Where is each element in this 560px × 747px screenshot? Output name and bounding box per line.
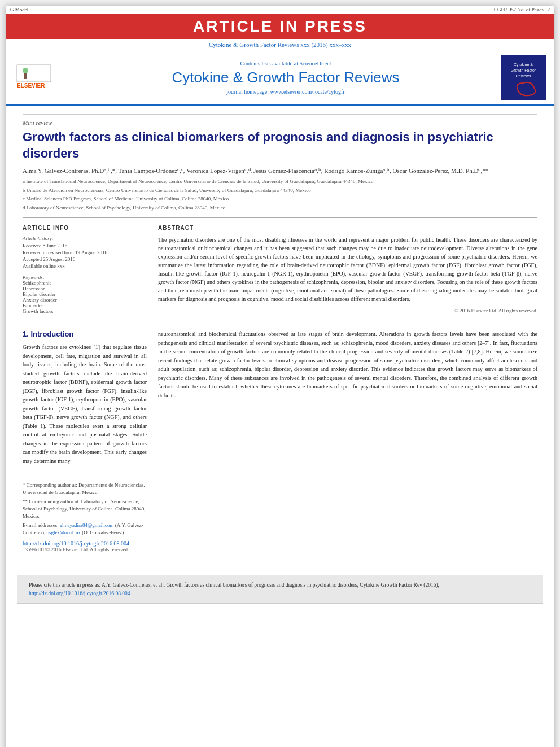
article-in-press-banner: ARTICLE IN PRESS [6, 14, 554, 39]
abstract-column: ABSTRACT The psychiatric disorders are o… [158, 225, 537, 314]
intro-left-column: 1. Introduction Growth factors are cytok… [23, 330, 147, 552]
footnotes-section: * Corresponding author at: Departamento … [23, 477, 147, 536]
keyword-4: Anxiety disorder [23, 297, 147, 303]
contents-line: Contents lists available at ScienceDirec… [71, 60, 501, 67]
intro-right-text: neuroanatomical and biochemical fluctuat… [158, 330, 537, 400]
keyword-1: Schizophrenia [23, 280, 147, 286]
g-model-bar: G Model CGFR 957 No. of Pages 12 [6, 6, 554, 14]
footnote-1: * Corresponding author at: Departamento … [23, 482, 147, 496]
citation-text: Please cite this article in press as: A.… [29, 582, 439, 588]
journal-issue-link[interactable]: Cytokine & Growth Factor Reviews xxx (20… [209, 41, 351, 48]
cgfr-info: CGFR 957 No. of Pages 12 [494, 7, 550, 12]
email1-link[interactable]: almayadira84@gmail.com [60, 522, 114, 528]
keyword-2: Depression [23, 286, 147, 291]
svg-rect-4 [24, 73, 27, 79]
doi-link: http://dx.doi.org/10.1016/j.cytogfr.2016… [23, 540, 147, 547]
citation-doi-link[interactable]: http://dx.doi.org/10.1016/j.cytogfr.2016… [29, 591, 130, 596]
article-info-header: ARTICLE INFO [23, 225, 147, 231]
journal-header: ELSEVIER Contents lists available at Sci… [6, 50, 554, 106]
email2-author: (O. Gonzalez-Perez). [82, 530, 125, 535]
journal-main-title: Cytokine & Growth Factor Reviews [71, 69, 501, 86]
abstract-header: ABSTRACT [158, 225, 537, 231]
authors-text: Alma Y. Galvez-Contreras, Ph.Dᵃ,ᵇ,*, Tan… [23, 167, 488, 174]
footnote-2: ** Corresponding author at: Laboratory o… [23, 498, 147, 519]
info-abstract-section: ARTICLE INFO Article history: Received 8… [23, 217, 537, 321]
article-page: G Model CGFR 957 No. of Pages 12 ARTICLE… [6, 6, 554, 747]
accepted-date: Accepted 25 August 2016 [23, 256, 147, 262]
intro-right-column: neuroanatomical and biochemical fluctuat… [158, 330, 537, 552]
keyword-3: Bipolar disorder [23, 291, 147, 297]
elsevier-logo: ELSEVIER [14, 62, 71, 93]
available-online: Available online xxx [23, 263, 147, 269]
received-date: Received 8 June 2016 [23, 243, 147, 248]
article-info-column: ARTICLE INFO Article history: Received 8… [23, 225, 147, 314]
svg-text:Growth Factor: Growth Factor [511, 68, 536, 72]
history-label: Article history: [23, 235, 147, 241]
section-type-label: Mini review [23, 114, 537, 126]
revised-date: Received in revised form 19 August 2016 [23, 250, 147, 255]
svg-text:Reviews: Reviews [516, 74, 531, 78]
authors-line: Alma Y. Galvez-Contreras, Ph.Dᵃ,ᵇ,*, Tan… [23, 167, 537, 174]
keyword-5: Biomarker [23, 303, 147, 308]
affiliation-d: d Laboratory of Neuroscience, School of … [23, 204, 537, 212]
email-footnote: E-mail addresses: almayadira84@gmail.com… [23, 522, 147, 536]
abstract-text: The psychiatric disorders are one of the… [158, 235, 537, 303]
keyword-6: Growth factors [23, 308, 147, 314]
keywords-label: Keywords: [23, 274, 147, 280]
journal-title-section: Contents lists available at ScienceDirec… [71, 60, 501, 95]
article-content: Mini review Growth factors as clinical b… [6, 106, 554, 569]
svg-text:ELSEVIER: ELSEVIER [17, 82, 45, 89]
homepage-url[interactable]: www.elsevier.com/locate/cytogfr [270, 89, 345, 95]
email2-link[interactable]: osglez@ucol.mx [47, 530, 81, 535]
keywords-section: Keywords: Schizophrenia Depression Bipol… [23, 274, 147, 314]
g-model-label: G Model [10, 7, 28, 12]
email-label: E-mail addresses: [23, 522, 59, 528]
svg-point-3 [23, 68, 28, 73]
affiliation-b: b Unidad de Atencion en Neurociencias, C… [23, 187, 537, 195]
journal-link-line: Cytokine & Growth Factor Reviews xxx (20… [6, 39, 554, 50]
cover-thumbnail: Cytokine & Growth Factor Reviews [501, 55, 546, 100]
issn-line: 1359-6101/© 2016 Elsevier Ltd. All right… [23, 547, 147, 552]
introduction-section: 1. Introduction Growth factors are cytok… [23, 330, 537, 552]
doi-url[interactable]: http://dx.doi.org/10.1016/j.cytogfr.2016… [23, 540, 129, 547]
sciencedirect-link[interactable]: ScienceDirect [299, 60, 331, 67]
affiliation-a: a Institute of Translational Neuroscienc… [23, 178, 537, 186]
journal-homepage: journal homepage: www.elsevier.com/locat… [71, 89, 501, 95]
article-title: Growth factors as clinical biomarkers of… [23, 129, 537, 161]
citation-bar: Please cite this article in press as: A.… [17, 575, 543, 604]
intro-heading: 1. Introduction [23, 330, 147, 338]
affiliations-section: a Institute of Translational Neuroscienc… [23, 178, 537, 212]
copyright-line: © 2016 Elsevier Ltd. All rights reserved… [158, 308, 537, 313]
intro-left-text: Growth factors are cytokines [1] that re… [23, 343, 147, 465]
svg-text:Cytokine &: Cytokine & [514, 63, 533, 67]
affiliation-c: c Medical Sciences PhD Program, School o… [23, 195, 537, 203]
journal-cover-image: Cytokine & Growth Factor Reviews [501, 55, 546, 100]
